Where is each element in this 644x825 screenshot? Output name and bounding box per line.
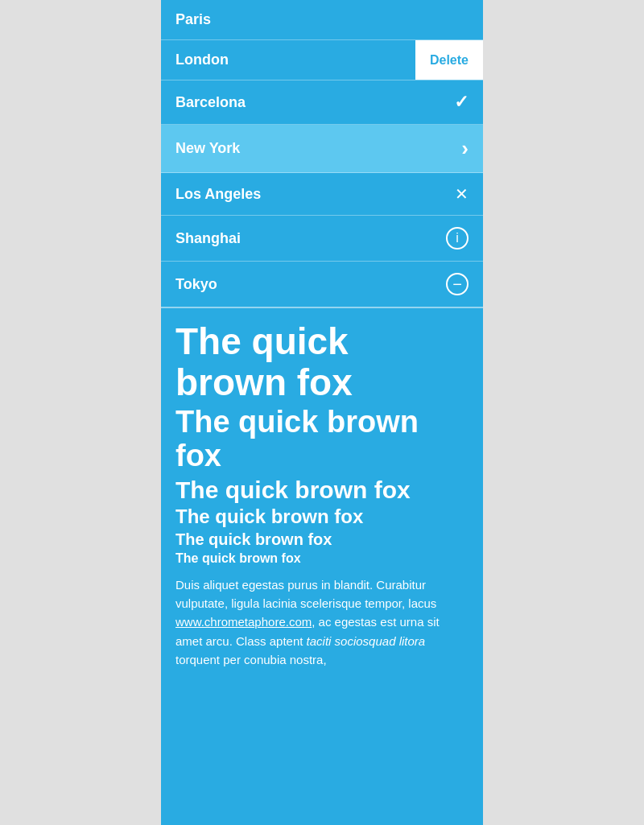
list-item[interactable]: Barcelona bbox=[161, 80, 483, 125]
body-link[interactable]: www.chrometaphore.com bbox=[175, 615, 312, 629]
list-item[interactable]: Paris bbox=[161, 0, 483, 40]
typography-section: The quick brown fox The quick brown fox … bbox=[161, 307, 483, 682]
info-icon: i bbox=[446, 227, 469, 250]
list-item[interactable]: New York bbox=[161, 125, 483, 173]
item-label-tokyo: Tokyo bbox=[175, 276, 446, 293]
body-text-part3: torquent per conubia nostra, bbox=[175, 653, 327, 666]
item-label-london: London bbox=[175, 52, 394, 68]
body-text: Duis aliquet egestas purus in blandit. C… bbox=[175, 575, 469, 669]
heading-6: The quick brown fox bbox=[175, 551, 469, 566]
list-item[interactable]: London Delete bbox=[161, 40, 483, 80]
minus-icon: − bbox=[446, 273, 469, 295]
heading-5: The quick brown fox bbox=[175, 530, 469, 548]
list-item[interactable]: Tokyo − bbox=[161, 262, 483, 307]
check-icon bbox=[454, 92, 469, 113]
delete-button[interactable]: Delete bbox=[415, 40, 483, 80]
main-panel: Paris London Delete Barcelona New York L… bbox=[161, 0, 483, 825]
chevron-right-icon bbox=[461, 136, 469, 161]
heading-4: The quick brown fox bbox=[175, 506, 469, 527]
item-label-new-york: New York bbox=[175, 140, 461, 157]
item-label-barcelona: Barcelona bbox=[175, 94, 454, 111]
body-text-part1: Duis aliquet egestas purus in blandit. C… bbox=[175, 578, 436, 610]
list-item[interactable]: Los Angeles bbox=[161, 173, 483, 216]
close-icon bbox=[455, 184, 469, 204]
heading-1: The quick brown fox bbox=[175, 321, 469, 402]
item-label-paris: Paris bbox=[175, 11, 469, 28]
heading-3: The quick brown fox bbox=[175, 476, 469, 503]
list-container: Paris London Delete Barcelona New York L… bbox=[161, 0, 483, 307]
item-label-los-angeles: Los Angeles bbox=[175, 186, 455, 203]
list-item[interactable]: Shanghai i bbox=[161, 216, 483, 262]
body-italic: taciti sociosquad litora bbox=[307, 634, 426, 648]
heading-2: The quick brown fox bbox=[175, 406, 469, 473]
item-label-shanghai: Shanghai bbox=[175, 230, 446, 247]
